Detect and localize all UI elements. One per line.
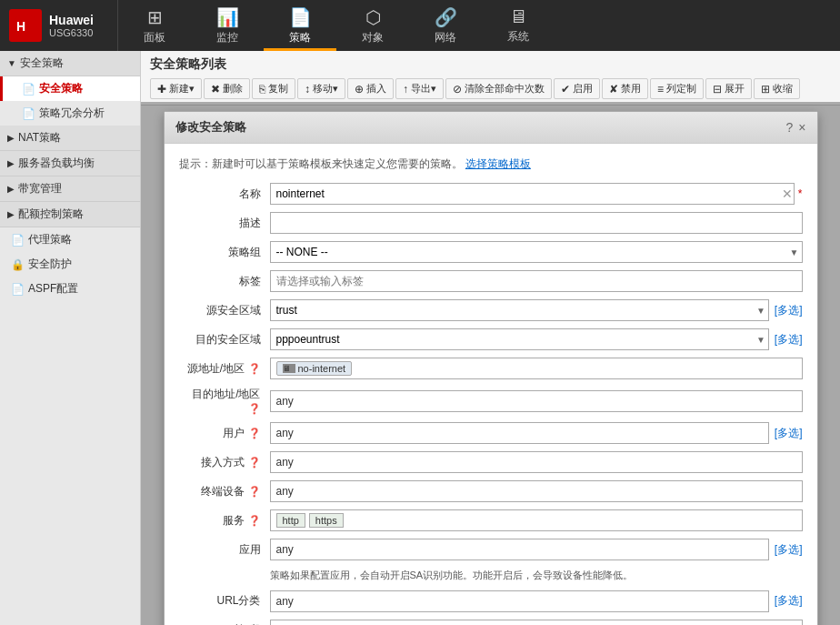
move-button[interactable]: ↕ 移动▾ bbox=[297, 78, 345, 99]
sidebar-item-security-protect[interactable]: 🔒 安全防护 bbox=[0, 252, 140, 277]
time-select[interactable]: any bbox=[270, 620, 803, 626]
sidebar-nat-label: NAT策略 bbox=[18, 130, 61, 146]
group-select-wrap: -- NONE -- ▼ bbox=[270, 241, 803, 263]
insert-button[interactable]: ⊕ 插入 bbox=[347, 78, 394, 99]
nav-object[interactable]: ⬡ 对象 bbox=[336, 0, 409, 51]
dst-addr-label: 目的地址/地区 ❓ bbox=[179, 387, 270, 415]
network-icon: 🔗 bbox=[435, 6, 457, 28]
nav-system[interactable]: 🖥 系统 bbox=[482, 0, 555, 51]
dst-zone-multi-link[interactable]: [多选] bbox=[775, 332, 803, 348]
dialog-header: 修改安全策略 ? × bbox=[165, 112, 817, 144]
dst-addr-help-icon[interactable]: ❓ bbox=[248, 403, 261, 414]
group-label: 策略组 bbox=[179, 245, 270, 260]
sidebar-item-security-policy-child[interactable]: 📄 安全策略 bbox=[0, 76, 140, 101]
desc-label: 描述 bbox=[179, 216, 270, 231]
form-row-terminal: 终端设备 ❓ any bbox=[179, 480, 803, 502]
user-help-icon[interactable]: ❓ bbox=[248, 428, 261, 439]
terminal-field: any bbox=[270, 480, 803, 502]
src-zone-select[interactable]: trust bbox=[270, 299, 769, 321]
clear-all-button[interactable]: ⊘ 清除全部命中次数 bbox=[445, 78, 552, 99]
collapse-icon: ⊞ bbox=[761, 83, 770, 96]
dialog-hint: 提示：新建时可以基于策略模板来快速定义您需要的策略。 选择策略模板 bbox=[179, 156, 803, 172]
collapse-button[interactable]: ⊞ 收缩 bbox=[754, 78, 800, 99]
form-row-time: 时间段 any ▼ bbox=[179, 620, 803, 626]
expand-icon-5: ▶ bbox=[7, 209, 15, 219]
nav-strategy[interactable]: 📄 策略 bbox=[264, 0, 336, 51]
sidebar-item-security-policy[interactable]: ▼ 安全策略 bbox=[0, 51, 140, 76]
new-button[interactable]: ✚ 新建▾ bbox=[150, 78, 202, 99]
expand-icon-4: ▶ bbox=[7, 184, 15, 194]
sidebar-item-aspf[interactable]: 📄 ASPF配置 bbox=[0, 277, 140, 301]
form-row-src-zone: 源安全区域 trust ▼ [多选] bbox=[179, 299, 803, 321]
src-addr-help-icon[interactable]: ❓ bbox=[248, 363, 261, 374]
user-label: 用户 ❓ bbox=[179, 426, 270, 441]
expand-button[interactable]: ⊟ 展开 bbox=[705, 78, 752, 99]
enable-button[interactable]: ✔ 启用 bbox=[554, 78, 600, 99]
dialog-title: 修改安全策略 bbox=[175, 119, 246, 136]
copy-button[interactable]: ⎘ 复制 bbox=[252, 78, 295, 99]
app-tag-field[interactable]: any bbox=[270, 539, 769, 560]
access-field: any bbox=[270, 451, 803, 473]
src-zone-multi-link[interactable]: [多选] bbox=[775, 303, 803, 318]
src-addr-tag: 🖥 no-internet bbox=[276, 361, 353, 376]
sidebar-security-policy-label: 安全策略 bbox=[39, 81, 83, 96]
dialog-help-button[interactable]: ? bbox=[786, 120, 794, 135]
dst-zone-select-wrap: pppoeuntrust ▼ bbox=[270, 328, 769, 350]
dst-addr-field: any bbox=[270, 390, 803, 412]
doc-icon-2: 📄 bbox=[21, 106, 35, 121]
url-field: any [多选] bbox=[270, 590, 803, 612]
app-multi-link[interactable]: [多选] bbox=[775, 542, 803, 558]
insert-icon: ⊕ bbox=[355, 83, 364, 96]
name-input-wrap: ✕ bbox=[270, 183, 795, 205]
terminal-help-icon[interactable]: ❓ bbox=[248, 486, 261, 497]
terminal-tag-field[interactable]: any bbox=[270, 480, 803, 502]
customize-button[interactable]: ≡ 列定制 bbox=[650, 78, 704, 99]
delete-button[interactable]: ✖ 删除 bbox=[204, 78, 250, 99]
user-multi-link[interactable]: [多选] bbox=[775, 426, 803, 441]
app-label: 应用 bbox=[179, 542, 270, 558]
src-zone-field: trust ▼ [多选] bbox=[270, 299, 803, 321]
panel-icon: ⊞ bbox=[147, 6, 163, 28]
access-help-icon[interactable]: ❓ bbox=[248, 457, 261, 468]
service-label: 服务 ❓ bbox=[179, 513, 270, 529]
service-help-icon[interactable]: ❓ bbox=[248, 515, 261, 526]
nav-monitor[interactable]: 📊 监控 bbox=[191, 0, 264, 51]
user-tag-field[interactable]: any bbox=[270, 422, 769, 444]
service-tag-field[interactable]: http https bbox=[270, 509, 803, 531]
name-clear-button[interactable]: ✕ bbox=[782, 186, 793, 201]
nav-bar: ⊞ 面板 📊 监控 📄 策略 ⬡ 对象 🔗 网络 🖥 系统 bbox=[118, 0, 840, 51]
dst-addr-tag-field[interactable]: any bbox=[270, 390, 803, 412]
dialog-close-button[interactable]: × bbox=[798, 120, 805, 135]
url-tag-field[interactable]: any bbox=[270, 590, 769, 612]
template-link[interactable]: 选择策略模板 bbox=[465, 157, 531, 170]
disable-button[interactable]: ✘ 禁用 bbox=[602, 78, 648, 99]
url-multi-link[interactable]: [多选] bbox=[775, 593, 803, 609]
expand-icon-3: ▶ bbox=[7, 158, 15, 168]
sidebar-item-nat[interactable]: ▶ NAT策略 bbox=[0, 126, 140, 151]
access-tag-field[interactable]: any bbox=[270, 451, 803, 473]
sidebar-item-access-control[interactable]: ▶ 配额控制策略 bbox=[0, 202, 140, 227]
group-select[interactable]: -- NONE -- bbox=[270, 241, 803, 263]
dst-zone-select[interactable]: pppoeuntrust bbox=[270, 328, 769, 350]
sidebar-item-policy-redundancy[interactable]: 📄 策略冗余分析 bbox=[0, 101, 140, 126]
nav-panel[interactable]: ⊞ 面板 bbox=[118, 0, 191, 51]
src-addr-tag-field[interactable]: 🖥 no-internet bbox=[270, 358, 803, 379]
src-zone-label: 源安全区域 bbox=[179, 303, 270, 318]
nav-network[interactable]: 🔗 网络 bbox=[409, 0, 482, 51]
sidebar-item-proxy[interactable]: 📄 代理策略 bbox=[0, 227, 140, 252]
sidebar-item-bandwidth[interactable]: ▶ 带宽管理 bbox=[0, 176, 140, 202]
app-note: 策略如果配置应用，会自动开启SA识别功能。功能开启后，会导致设备性能降低。 bbox=[270, 568, 803, 583]
expand-icon: ▼ bbox=[7, 58, 16, 68]
expand-icon-2: ▶ bbox=[7, 133, 15, 143]
desc-input[interactable] bbox=[270, 212, 803, 234]
name-input[interactable] bbox=[270, 183, 795, 205]
service-field: http https bbox=[270, 509, 803, 531]
form-row-url: URL分类 any [多选] bbox=[179, 590, 803, 612]
export-button[interactable]: ↑ 导出▾ bbox=[395, 78, 444, 99]
tag-field bbox=[270, 270, 803, 292]
sidebar-item-server-lb[interactable]: ▶ 服务器负载均衡 bbox=[0, 151, 140, 176]
tag-input[interactable] bbox=[270, 270, 803, 292]
sidebar-access-label: 配额控制策略 bbox=[18, 207, 84, 222]
dst-zone-label: 目的安全区域 bbox=[179, 332, 270, 348]
sidebar-policy-redundancy-label: 策略冗余分析 bbox=[39, 106, 105, 121]
